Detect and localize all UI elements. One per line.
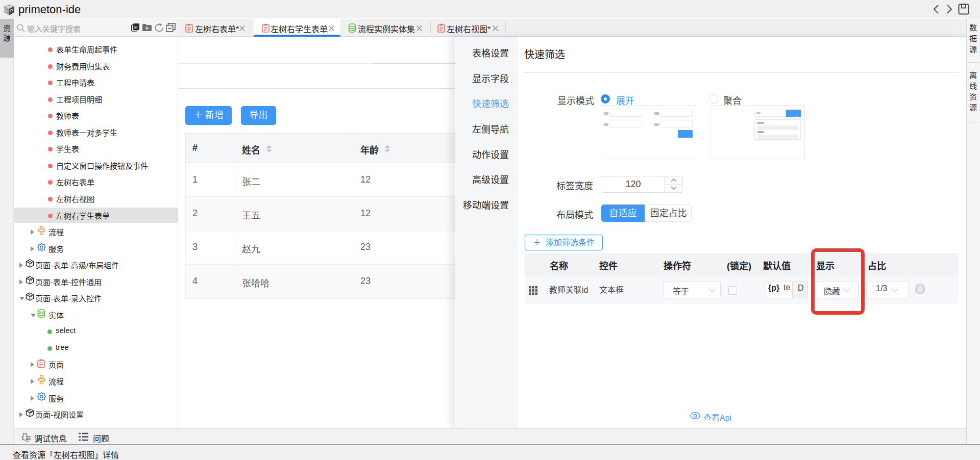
svg-text:in: in bbox=[134, 25, 137, 29]
